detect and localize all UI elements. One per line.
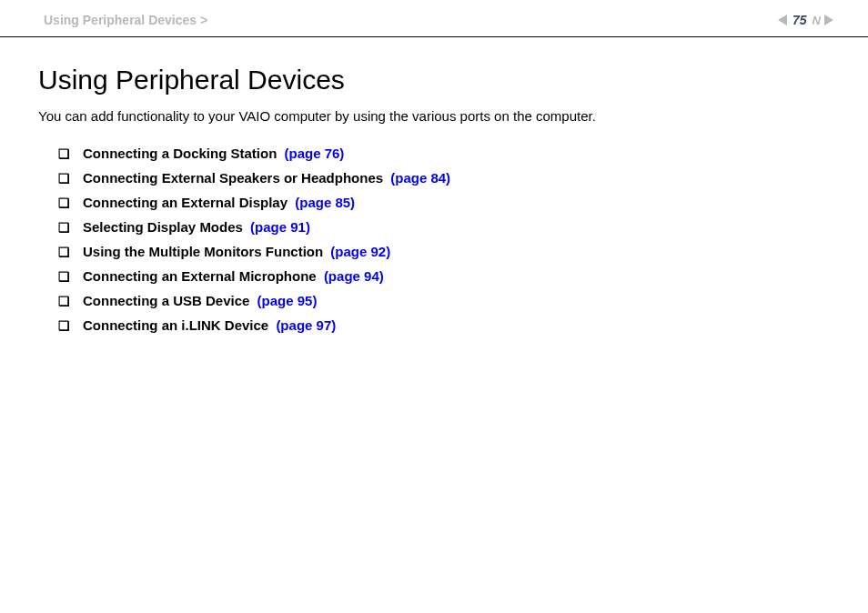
toc-page-link[interactable]: (page 92): [330, 244, 390, 259]
toc-item-label: Connecting an i.LINK Device: [83, 317, 268, 333]
bullet-icon: ❏: [58, 318, 70, 333]
toc-item: ❏ Connecting a USB Device (page 95): [58, 293, 824, 308]
bullet-icon: ❏: [58, 245, 70, 259]
intro-text: You can add functionality to your VAIO c…: [38, 108, 824, 124]
pager: 75 N: [778, 13, 833, 27]
breadcrumb: Using Peripheral Devices >: [44, 13, 207, 27]
toc-item: ❏ Connecting an i.LINK Device (page 97): [58, 317, 824, 333]
prev-page-icon[interactable]: [778, 15, 787, 25]
toc-item: ❏ Connecting an External Microphone (pag…: [58, 268, 824, 284]
content-area: Using Peripheral Devices You can add fun…: [0, 37, 868, 333]
bullet-icon: ❏: [58, 146, 70, 161]
page-title: Using Peripheral Devices: [38, 65, 824, 95]
toc-item-label: Connecting External Speakers or Headphon…: [83, 170, 383, 186]
toc-item-label: Selecting Display Modes: [83, 219, 243, 235]
n-label: N: [812, 14, 821, 27]
page-number: 75: [791, 13, 809, 27]
toc-item-label: Connecting a Docking Station: [83, 146, 277, 161]
bullet-icon: ❏: [58, 196, 70, 210]
toc-page-link[interactable]: (page 95): [257, 293, 318, 308]
toc-list: ❏ Connecting a Docking Station (page 76)…: [38, 146, 824, 333]
toc-item-label: Connecting an External Microphone: [83, 268, 317, 284]
toc-item-label: Using the Multiple Monitors Function: [83, 244, 323, 259]
toc-item: ❏ Connecting an External Display (page 8…: [58, 195, 824, 210]
toc-item-label: Connecting an External Display: [83, 195, 288, 210]
toc-page-link[interactable]: (page 91): [250, 219, 310, 235]
toc-item: ❏ Using the Multiple Monitors Function (…: [58, 244, 824, 259]
toc-page-link[interactable]: (page 97): [276, 317, 336, 333]
bullet-icon: ❏: [58, 294, 70, 308]
toc-page-link[interactable]: (page 94): [324, 268, 384, 284]
toc-item: ❏ Connecting a Docking Station (page 76): [58, 146, 824, 161]
next-page-icon[interactable]: [824, 15, 833, 25]
bullet-icon: ❏: [58, 171, 70, 186]
toc-item: ❏ Selecting Display Modes (page 91): [58, 219, 824, 235]
toc-page-link[interactable]: (page 85): [295, 195, 355, 210]
bullet-icon: ❏: [58, 269, 70, 284]
bullet-icon: ❏: [58, 220, 70, 235]
page-header: Using Peripheral Devices > 75 N: [0, 0, 868, 37]
toc-item-label: Connecting a USB Device: [83, 293, 249, 308]
toc-item: ❏ Connecting External Speakers or Headph…: [58, 170, 824, 186]
toc-page-link[interactable]: (page 76): [285, 146, 345, 161]
toc-page-link[interactable]: (page 84): [390, 170, 450, 186]
